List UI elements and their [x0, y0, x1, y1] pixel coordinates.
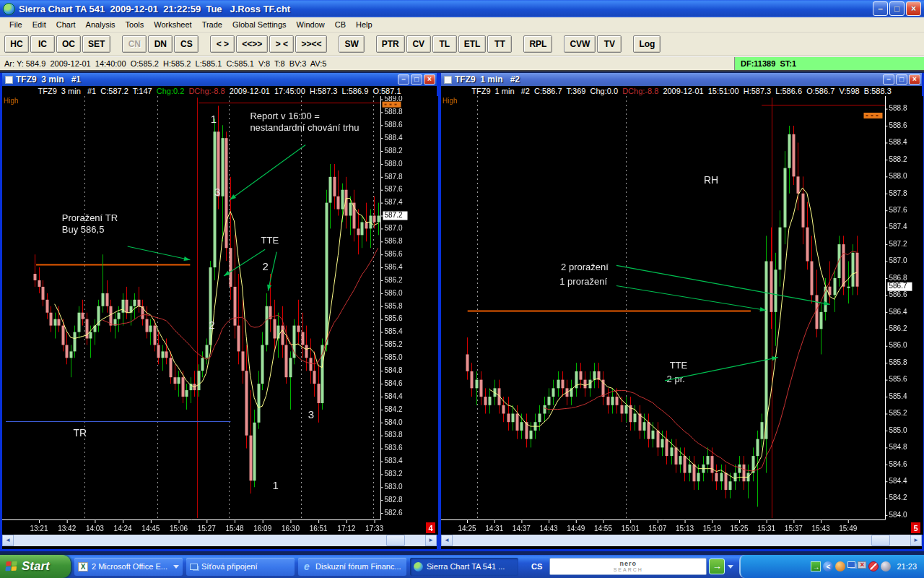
toolbar-button-set[interactable]: SET — [82, 35, 110, 53]
nero-logo: nero — [620, 561, 637, 567]
task-label: Diskuzní fórum Financ... — [315, 562, 403, 571]
chart-window-1[interactable]: TFZ9 3 min #1 – □ × TFZ9 3 min #1 C:587.… — [0, 73, 439, 551]
chart-1-hscrollbar[interactable]: ◄ ► — [2, 535, 437, 546]
chevron-down-icon[interactable] — [728, 565, 733, 569]
blocked-icon[interactable] — [868, 561, 879, 571]
nero-search-label: SEARCH — [614, 567, 643, 573]
chart2-maximize-button[interactable]: □ — [896, 74, 907, 85]
windows-flag-icon — [5, 561, 19, 572]
network-icon — [190, 564, 198, 570]
toolbar-button-[interactable]: <<>> — [236, 35, 268, 53]
toolbar-button-tt[interactable]: TT — [487, 35, 512, 53]
app-title: Sierra Chart TA 541 2009-12-01 21:22:59 … — [19, 4, 871, 14]
chart-header-segment: DChg:-8.8 — [622, 87, 663, 95]
app-maximize-button[interactable]: □ — [889, 1, 905, 16]
toolbar-button-[interactable]: > < — [269, 35, 294, 53]
scroll-left-icon[interactable]: ◄ — [441, 535, 453, 546]
taskbar: Start X2 Microsoft Office E...Síťová při… — [0, 555, 924, 578]
chart-window-2[interactable]: TFZ9 1 min #2 – □ × TFZ9 1 min #2 C:586.… — [439, 73, 924, 551]
monitor-off-icon[interactable]: × — [858, 561, 866, 569]
chart-window-icon — [444, 76, 452, 84]
menu-item-trade[interactable]: Trade — [197, 18, 227, 31]
ball-icon[interactable] — [835, 561, 845, 571]
scroll-left-icon[interactable]: ◄ — [2, 535, 14, 546]
nero-search-box[interactable]: nero SEARCH — [549, 558, 707, 575]
toolbar-button-dn[interactable]: DN — [148, 35, 173, 53]
chart-window-1-title: TFZ9 3 min #1 — [16, 74, 396, 85]
scroll-thumb[interactable] — [386, 535, 405, 546]
chart-header-segment: TFZ9 1 min #2 C:586.7 T:369 Chg:0.0 — [471, 87, 622, 95]
menu-item-file[interactable]: File — [4, 18, 27, 31]
status-datafeed-text: DF:11389 ST:1 — [735, 57, 924, 70]
toolbar-button-tl[interactable]: TL — [432, 35, 457, 53]
menu-item-edit[interactable]: Edit — [27, 18, 51, 31]
toolbar-button-cn[interactable]: CN — [122, 35, 147, 53]
toolbar-button-cv[interactable]: CV — [406, 35, 431, 53]
chart2-minimize-button[interactable]: – — [883, 74, 894, 85]
toolbar-button-hc[interactable]: HC — [4, 35, 29, 53]
toolbar-button-sw[interactable]: SW — [339, 35, 364, 53]
launcher-icon[interactable]: → — [811, 561, 821, 571]
chart-window-1-titlebar[interactable]: TFZ9 3 min #1 – □ × — [2, 73, 437, 86]
task-buttons: X2 Microsoft Office E...Síťová připojení… — [71, 558, 518, 576]
chart-window-2-header: TFZ9 1 min #2 C:586.7 T:369 Chg:0.0 DChg… — [441, 86, 922, 96]
scroll-right-icon[interactable]: ► — [425, 535, 437, 546]
toolbar-button-tv[interactable]: TV — [597, 35, 622, 53]
chevron-down-icon[interactable] — [173, 565, 179, 569]
menu-item-chart[interactable]: Chart — [51, 18, 81, 31]
taskbar-task-excel[interactable]: X2 Microsoft Office E... — [74, 558, 183, 576]
chart-1-plot[interactable] — [2, 96, 438, 535]
app-minimize-button[interactable]: – — [873, 1, 888, 16]
toolbar-button-cvw[interactable]: CVW — [564, 35, 596, 53]
menu-item-analysis[interactable]: Analysis — [81, 18, 121, 31]
sphere-icon[interactable] — [881, 561, 891, 571]
menu-item-cb[interactable]: CB — [330, 18, 351, 31]
toolbar-button-oc[interactable]: OC — [56, 35, 81, 53]
menu-item-window[interactable]: Window — [292, 18, 330, 31]
app-close-button[interactable]: × — [906, 1, 921, 16]
dual-monitor-icon[interactable] — [847, 561, 855, 568]
chart-2-hscrollbar[interactable]: ◄ ► — [441, 535, 922, 546]
tray-icons: →<× — [808, 561, 891, 571]
toolbar-button-ic[interactable]: IC — [30, 35, 55, 53]
chart1-maximize-button[interactable]: □ — [411, 74, 422, 85]
sierra-icon — [414, 562, 423, 571]
toolbar-button-etl[interactable]: ETL — [458, 35, 487, 53]
scroll-right-icon[interactable]: ► — [910, 535, 922, 546]
start-button[interactable]: Start — [0, 555, 71, 578]
chart-2-plot[interactable] — [441, 96, 923, 535]
language-indicator[interactable]: CS — [531, 562, 542, 571]
scroll-thumb[interactable] — [871, 535, 890, 546]
desktop: Sierra Chart TA 541 2009-12-01 21:22:59 … — [0, 0, 924, 578]
chart2-close-button[interactable]: × — [909, 74, 920, 85]
menu-item-help[interactable]: Help — [351, 18, 378, 31]
taskbar-task-sierra[interactable]: Sierra Chart TA 541 ... — [410, 558, 518, 576]
menu-item-global-settings[interactable]: Global Settings — [227, 18, 292, 31]
status-bar: Ar: Y: 584.9 2009-12-01 14:40:00 O:585.2… — [0, 56, 924, 72]
clock: 21:23 — [897, 562, 917, 571]
toolbar-button-[interactable]: >><< — [295, 35, 327, 53]
chart-header-segment: DChg:-8.8 — [188, 87, 229, 95]
excel-icon: X — [78, 562, 88, 571]
scroll-track — [453, 535, 910, 546]
task-label: Sierra Chart TA 541 ... — [427, 562, 515, 571]
app-globe-icon — [3, 3, 15, 15]
taskbar-task-network[interactable]: Síťová připojení — [186, 558, 295, 576]
menu-item-tools[interactable]: Tools — [121, 18, 149, 31]
toolbar-button-rpl[interactable]: RPL — [523, 35, 552, 53]
chart1-close-button[interactable]: × — [424, 74, 435, 85]
search-go-button[interactable]: → — [709, 558, 725, 574]
toolbar-button-cs[interactable]: CS — [174, 35, 199, 53]
menu-item-worksheet[interactable]: Worksheet — [149, 18, 196, 31]
toolbar-button-[interactable]: < > — [210, 35, 235, 53]
chart1-minimize-button[interactable]: – — [398, 74, 409, 85]
toolbar: HCICOCSETCNDNCS< ><<>>> <>><<SWPTRCVTLET… — [0, 33, 924, 56]
chart-header-segment: 2009-12-01 15:51:00 H:587.3 L:586.6 O:58… — [663, 87, 891, 95]
toolbar-button-ptr[interactable]: PTR — [376, 35, 405, 53]
collapse-icon[interactable]: < — [823, 561, 833, 571]
chart-window-2-titlebar[interactable]: TFZ9 1 min #2 – □ × — [441, 73, 922, 86]
taskbar-task-ie[interactable]: eDiskuzní fórum Financ... — [298, 558, 406, 576]
toolbar-button-log[interactable]: Log — [633, 35, 661, 53]
chart-header-segment: TFZ9 3 min #1 C:587.2 T:147 — [38, 87, 156, 95]
chart-window-1-header: TFZ9 3 min #1 C:587.2 T:147 Chg:0.2 DChg… — [2, 86, 437, 96]
